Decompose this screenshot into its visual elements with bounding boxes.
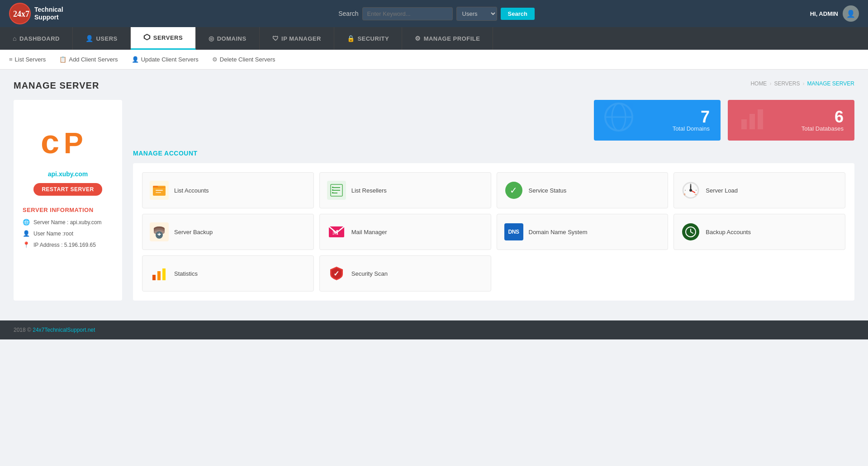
breadcrumb-sep1: › [769,80,771,87]
card-backup-accounts[interactable]: Backup Accounts [674,214,845,250]
security-scan-label: Security Scan [351,270,388,277]
mail-manager-label: Mail Manager [351,229,387,235]
server-info-title: SERVER INFORMATION [23,207,113,213]
right-panel: 7 Total Domains 6 Total Databas [133,100,854,301]
list-accounts-icon [150,181,169,200]
subnav-list-servers[interactable]: ≡ List Servers [9,56,46,63]
statistics-icon [150,264,169,283]
search-input[interactable] [362,7,453,20]
avatar: 👤 [843,5,859,22]
list-resellers-icon [327,181,346,200]
statistics-label: Statistics [174,270,198,277]
service-status-icon: ✓ [504,181,523,200]
card-mail-manager[interactable]: M Mail Manager [319,214,491,250]
main-nav: ⌂ DASHBOARD 👤 USERS SERVERS ◎ DOMAINS 🛡 … [0,27,868,50]
svg-text:M: M [332,229,338,236]
card-server-backup[interactable]: Server Backup [142,214,314,250]
svg-rect-9 [758,109,763,129]
domains-bg-icon [603,101,635,139]
server-name-icon: 🌐 [23,219,30,226]
nav-item-users[interactable]: 👤 USERS [73,27,131,50]
search-area: Search Users Domains Servers Search [338,7,535,21]
card-statistics[interactable]: Statistics [142,255,314,292]
card-domain-name-system[interactable]: DNS Domain Name System [497,214,669,250]
svg-rect-19 [332,192,333,193]
databases-bg-icon [737,101,768,139]
list-servers-icon: ≡ [9,56,13,63]
cards-grid: List Accounts [133,163,854,301]
svg-text:∞: ∞ [695,193,697,196]
page-header: MANAGE SERVER HOME › SERVERS › MANAGE SE… [14,80,854,91]
subnav-delete-client-servers[interactable]: ⚙ Delete Client Servers [212,56,275,63]
security-icon: 🔒 [347,35,355,42]
card-server-load[interactable]: 0 ∞ Server Load [674,172,845,208]
top-header: 24x7 Technical Support Search Users Doma… [0,0,868,27]
dns-icon: DNS [504,222,523,241]
card-list-resellers[interactable]: List Resellers [319,172,491,208]
nav-item-ip-manager[interactable]: 🛡 IP MANAGER [260,27,334,50]
nav-item-security[interactable]: 🔒 SECURITY [334,27,402,50]
list-accounts-label: List Accounts [174,187,209,194]
total-domains-card: 7 Total Domains [594,100,721,141]
main-content: MANAGE SERVER HOME › SERVERS › MANAGE SE… [0,70,868,311]
nav-item-manage-profile[interactable]: ⚙ MANAGE PROFILE [402,27,493,50]
server-backup-label: Server Backup [174,229,213,235]
search-filter-select[interactable]: Users Domains Servers [456,7,497,21]
breadcrumb-servers[interactable]: SERVERS [774,80,800,87]
footer-link[interactable]: 24x7TechnicalSupport.net [33,327,95,333]
list-resellers-label: List Resellers [351,187,387,194]
svg-rect-18 [332,189,333,191]
total-domains-content: 7 Total Domains [673,109,710,132]
user-area: HI, ADMIN 👤 [810,5,859,22]
svg-text:P: P [64,127,83,160]
svg-rect-7 [741,119,747,129]
subnav-update-client-servers[interactable]: 👤 Update Client Servers [132,56,199,63]
manage-profile-icon: ⚙ [415,35,421,42]
domains-icon: ◎ [209,35,214,42]
svg-rect-35 [152,275,156,280]
nav-item-domains[interactable]: ◎ DOMAINS [196,27,259,50]
svg-rect-17 [332,187,333,188]
user-name-icon: 👤 [23,230,30,237]
server-backup-icon [150,222,169,241]
server-load-icon: 0 ∞ [681,181,700,200]
svg-rect-11 [156,190,163,191]
security-scan-icon: ✓ [327,264,346,283]
card-service-status[interactable]: ✓ Service Status [497,172,669,208]
logo-area: 24x7 Technical Support [9,3,63,24]
dashboard-icon: ⌂ [13,35,17,42]
nav-item-dashboard[interactable]: ⌂ DASHBOARD [0,27,73,50]
domain-name-system-label: Domain Name System [529,229,588,235]
users-icon: 👤 [85,35,94,42]
subnav-add-client-servers[interactable]: 📋 Add Client Servers [59,56,118,63]
nav-item-servers[interactable]: SERVERS [131,27,196,50]
delete-servers-icon: ⚙ [212,56,218,63]
sidebar-panel: c P api.xuby.com RESTART SERVER SERVER I… [14,100,122,301]
backup-accounts-label: Backup Accounts [706,229,751,235]
mail-manager-icon: M [327,222,346,241]
total-domains-label: Total Domains [673,125,710,132]
server-domain: api.xuby.com [23,170,113,178]
server-info-user: 👤 User Name :root [23,230,113,237]
breadcrumb-current: MANAGE SERVER [807,80,854,87]
card-security-scan[interactable]: ✓ Security Scan [319,255,491,292]
cpanel-logo: c P [41,118,95,163]
search-button[interactable]: Search [501,8,535,20]
card-list-accounts[interactable]: List Accounts [142,172,314,208]
backup-accounts-icon [681,222,700,241]
total-domains-number: 7 [673,109,710,125]
total-databases-label: Total Databases [802,125,844,132]
service-status-label: Service Status [529,187,567,194]
svg-text:c: c [41,123,59,160]
update-servers-icon: 👤 [132,56,139,63]
total-databases-number: 6 [802,109,844,125]
stats-row: 7 Total Domains 6 Total Databas [133,100,854,141]
server-info-name: 🌐 Server Name : api.xuby.com [23,219,113,226]
svg-line-34 [691,232,693,233]
svg-rect-12 [156,192,161,193]
page-title: MANAGE SERVER [14,80,99,91]
svg-text:24x7: 24x7 [13,9,29,19]
restart-server-button[interactable]: RESTART SERVER [33,183,102,196]
breadcrumb-home[interactable]: HOME [750,80,767,87]
footer: 2018 © 24x7TechnicalSupport.net [0,320,868,339]
